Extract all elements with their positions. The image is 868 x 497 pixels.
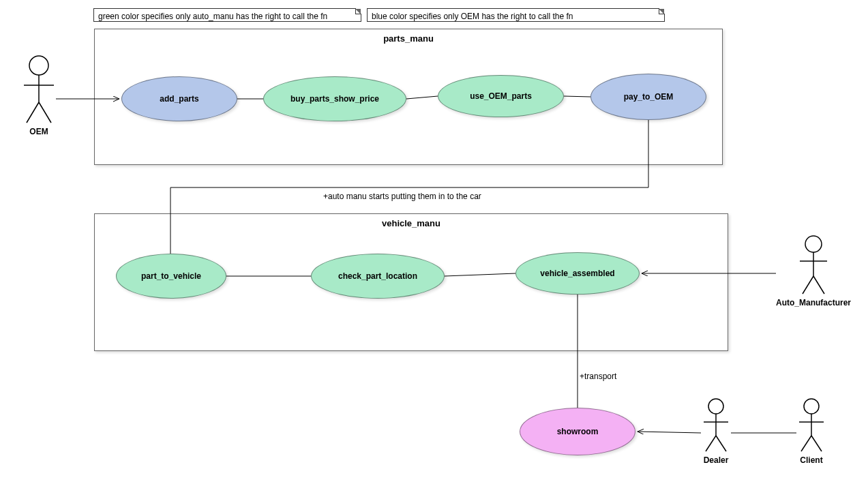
- svg-line-28: [638, 432, 701, 433]
- actor-dealer: Dealer: [701, 398, 731, 465]
- svg-line-4: [39, 102, 51, 123]
- usecase-add-parts-label: add_parts: [160, 94, 198, 104]
- svg-line-8: [803, 276, 813, 294]
- usecase-add-parts: add_parts: [121, 76, 237, 121]
- actor-client: Client: [796, 398, 826, 465]
- svg-line-9: [813, 276, 824, 294]
- svg-line-14: [716, 436, 726, 451]
- edge-label-assembly: +auto manu starts putting them in to the…: [323, 192, 481, 201]
- usecase-check-part-location-label: check_part_location: [338, 271, 417, 281]
- actor-dealer-label: Dealer: [704, 455, 729, 465]
- note-green: green color specifies only auto_manu has…: [93, 8, 361, 22]
- actor-oem: OEM: [22, 55, 56, 136]
- usecase-vehicle-assembled-label: vehicle_assembled: [540, 269, 614, 278]
- svg-point-15: [804, 399, 819, 414]
- note-green-text: green color specifies only auto_manu has…: [98, 12, 327, 21]
- note-blue: blue color specifies only OEM has the ri…: [367, 8, 665, 22]
- usecase-buy-parts-show-price: buy_parts_show_price: [263, 76, 406, 121]
- actor-client-label: Client: [800, 455, 822, 465]
- usecase-pay-to-oem-label: pay_to_OEM: [624, 92, 674, 102]
- usecase-vehicle-assembled: vehicle_assembled: [515, 252, 640, 295]
- actor-auto-manufacturer: Auto_Manufacturer: [776, 235, 851, 307]
- usecase-showroom-label: showroom: [557, 427, 599, 436]
- usecase-pay-to-oem: pay_to_OEM: [590, 74, 706, 120]
- svg-line-13: [706, 436, 716, 451]
- usecase-use-oem-parts: use_OEM_parts: [438, 75, 564, 117]
- system-parts-manu-title: parts_manu: [95, 29, 722, 44]
- actor-oem-label: OEM: [29, 127, 48, 136]
- svg-point-5: [805, 236, 822, 252]
- stickman-icon: [796, 398, 826, 453]
- svg-point-10: [708, 399, 723, 414]
- svg-line-18: [801, 436, 811, 451]
- usecase-check-part-location: check_part_location: [311, 254, 445, 299]
- usecase-use-oem-label: use_OEM_parts: [470, 91, 532, 101]
- usecase-showroom: showroom: [520, 408, 635, 455]
- usecase-buy-parts-label: buy_parts_show_price: [290, 94, 379, 104]
- stickman-icon: [797, 235, 830, 295]
- stickman-icon: [701, 398, 731, 453]
- usecase-part-to-vehicle-label: part_to_vehicle: [141, 271, 201, 281]
- edge-label-transport: +transport: [580, 372, 616, 381]
- usecase-part-to-vehicle: part_to_vehicle: [116, 254, 226, 299]
- note-blue-text: blue color specifies only OEM has the ri…: [372, 12, 573, 21]
- svg-line-3: [27, 102, 39, 123]
- svg-point-0: [29, 56, 48, 75]
- svg-line-19: [811, 436, 822, 451]
- actor-auto-manufacturer-label: Auto_Manufacturer: [776, 298, 851, 307]
- stickman-icon: [22, 55, 56, 124]
- system-vehicle-manu-title: vehicle_manu: [95, 214, 728, 228]
